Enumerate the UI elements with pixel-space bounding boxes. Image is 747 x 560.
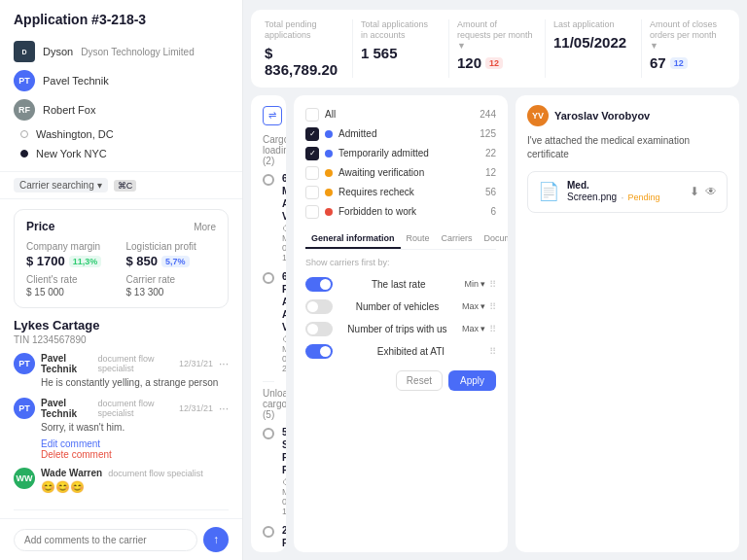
comment-author-2: Pavel Technik <box>41 398 91 419</box>
route-loading-2: 6025 Farrington Ave Unit B, Alexandria, … <box>263 270 274 373</box>
select-vehicles[interactable]: Max ▾ <box>462 301 485 311</box>
attachment-status: Pending <box>628 192 660 202</box>
route-dot-1 <box>263 174 274 186</box>
msg-avatar: YV <box>527 105 549 126</box>
carrier-badge[interactable]: Carrier searching ▾ <box>14 178 108 192</box>
comment-text-2: Sorry, it wasn't him. <box>41 421 229 435</box>
comment-input[interactable] <box>14 529 197 551</box>
eye-icon[interactable]: 👁 <box>705 185 717 198</box>
filter-actions: Reset Apply <box>305 370 496 391</box>
comment-date-1: 12/31/21 <box>179 359 213 368</box>
company-avatar: D <box>14 41 35 62</box>
route-address-2: 6025 Farrington Ave Unit B, Alexandria, … <box>282 270 286 333</box>
comment-author-3: Wade Warren <box>41 468 102 478</box>
stat-requests-label: Amount of requests per month ▼ <box>457 19 533 51</box>
drag-handle-2[interactable]: ⠿ <box>489 301 496 312</box>
status-all[interactable]: All 244 <box>305 105 496 124</box>
logistician-row: PT Pavel Technik <box>14 66 229 95</box>
status-card: All 244 Admitted 125 Temporarily admitte… <box>294 95 508 552</box>
toggle-ati[interactable] <box>305 344 333 359</box>
route-unloading-1: 5824 Rising Sun Ave, Philadelphia, PA 19… <box>263 426 274 516</box>
more-icon-2[interactable]: ··· <box>219 402 229 415</box>
route-address-u1: 5824 Rising Sun Ave, Philadelphia, PA 19… <box>282 426 286 476</box>
status-recheck[interactable]: Requires recheck 56 <box>305 183 496 202</box>
origin-row: Washington, DC <box>14 124 229 144</box>
download-icon[interactable]: ⬇ <box>690 185 699 198</box>
status-count-temp: 22 <box>485 148 496 158</box>
tabs-row: General information Route Carriers Docum… <box>305 229 496 250</box>
stat-accounts: Total applications in accounts 1 565 <box>361 19 449 78</box>
comment-item: PT Pavel Technik document flow specialis… <box>14 353 229 390</box>
status-temp-admitted[interactable]: Temporarily admitted 22 <box>305 144 496 163</box>
route-stop-u2-info: 2417 Welsh Rd, Philadelphia, PA 19114 ⏱ … <box>282 524 286 552</box>
status-check-admitted[interactable] <box>305 127 319 141</box>
logistician-profit-badge: 5,7% <box>161 256 190 267</box>
status-check-all[interactable] <box>305 108 319 122</box>
status-check-awaiting[interactable] <box>305 166 319 180</box>
client-rate-value: $ 15 000 <box>26 287 117 298</box>
filter-name-last-rate: The last rate <box>372 279 426 290</box>
status-dot-recheck <box>325 189 333 196</box>
status-check-temp[interactable] <box>305 147 319 160</box>
comment-content-3: Wade Warren document flow specialist 😊😊😊 <box>41 468 229 494</box>
attachment-file: Screen.png <box>567 192 617 202</box>
stat-requests: Amount of requests per month ▼ 120 12 <box>457 19 546 78</box>
drag-handle-1[interactable]: ⠿ <box>489 279 496 290</box>
route-time-u1: ⏱ 2:00 pm Mon 09/05/2022 · 1st unloading <box>282 477 286 516</box>
route-stop-u1-info: 5824 Rising Sun Ave, Philadelphia, PA 19… <box>282 426 286 516</box>
status-forbidden[interactable]: Forbidden to work 6 <box>305 202 496 222</box>
manager-avatar: RF <box>14 99 35 121</box>
apply-btn[interactable]: Apply <box>448 370 496 391</box>
price-more-btn[interactable]: More <box>194 222 216 232</box>
select-last-rate[interactable]: Min ▾ <box>464 279 485 289</box>
company-margin-value: $ 1700 11,3% <box>26 254 117 268</box>
filter-vehicles: Number of vehicles Max ▾ ⠿ <box>305 296 496 318</box>
comment-meta-1: Pavel Technik document flow specialist 1… <box>41 353 229 374</box>
filter-right-vehicles: Max ▾ ⠿ <box>462 301 496 312</box>
unloading-label: Unloading cargo (5) <box>263 388 274 420</box>
toggle-last-rate[interactable] <box>305 277 333 292</box>
attachment-file-icon: 📄 <box>538 181 559 202</box>
select-trips[interactable]: Max ▾ <box>462 324 485 333</box>
filter-name-trips: Number of trips with us <box>347 324 446 334</box>
drag-handle-3[interactable]: ⠿ <box>489 324 496 334</box>
status-count-admitted: 125 <box>480 128 496 139</box>
route-dot-u2 <box>263 526 274 538</box>
attachment: 📄 Med. Screen.png · Pending <box>527 171 728 213</box>
carrier-search-row[interactable]: Carrier searching ▾ ⌘C <box>0 172 242 199</box>
status-check-forbidden[interactable] <box>305 205 319 219</box>
keyboard-shortcut: ⌘C <box>114 180 137 192</box>
toggle-trips[interactable] <box>305 322 333 336</box>
company-margin: Company margin $ 1700 11,3% <box>26 241 117 268</box>
stat-closes: Amount of closes orders per month ▼ 67 1… <box>650 19 726 78</box>
delete-comment-btn[interactable]: Delete comment <box>41 449 229 460</box>
edit-comment-btn[interactable]: Edit comment <box>41 438 229 449</box>
send-comment-btn[interactable]: ↑ <box>203 527 229 552</box>
tab-general[interactable]: General information <box>305 229 401 249</box>
route-address-u2: 2417 Welsh Rd, Philadelphia, PA 19114 <box>282 524 286 552</box>
status-check-recheck[interactable] <box>305 186 319 199</box>
comment-avatar-1: PT <box>14 353 35 374</box>
route-divider <box>263 381 274 382</box>
more-icon-1[interactable]: ··· <box>219 357 229 370</box>
drag-handle-4[interactable]: ⠿ <box>489 346 496 357</box>
price-card: Price More Company margin $ 1700 11,3% L… <box>14 209 229 308</box>
comment-avatar-3: WW <box>14 468 35 489</box>
requests-badge: 12 <box>485 57 503 69</box>
stat-accounts-value: 1 565 <box>361 45 437 61</box>
route-icon: ⇌ <box>263 106 282 125</box>
tab-route[interactable]: Route <box>401 229 436 249</box>
tab-carriers[interactable]: Carriers <box>436 229 479 249</box>
status-count-recheck: 56 <box>485 187 496 197</box>
stat-last-app: Last application 11/05/2022 <box>553 19 642 78</box>
msg-text: I've attached the medical examination ce… <box>527 134 728 161</box>
status-admitted[interactable]: Admitted 125 <box>305 124 496 144</box>
status-awaiting[interactable]: Awaiting verification 12 <box>305 163 496 183</box>
stat-closes-value: 67 12 <box>650 54 726 71</box>
reset-btn[interactable]: Reset <box>396 370 443 391</box>
price-grid: Company margin $ 1700 11,3% Logistician … <box>26 241 216 298</box>
tab-documentation[interactable]: Documentation <box>479 229 508 249</box>
company-full-name: Dyson Technology Limited <box>81 47 195 57</box>
toggle-vehicles[interactable] <box>305 299 333 314</box>
origin: Washington, DC <box>36 128 114 140</box>
